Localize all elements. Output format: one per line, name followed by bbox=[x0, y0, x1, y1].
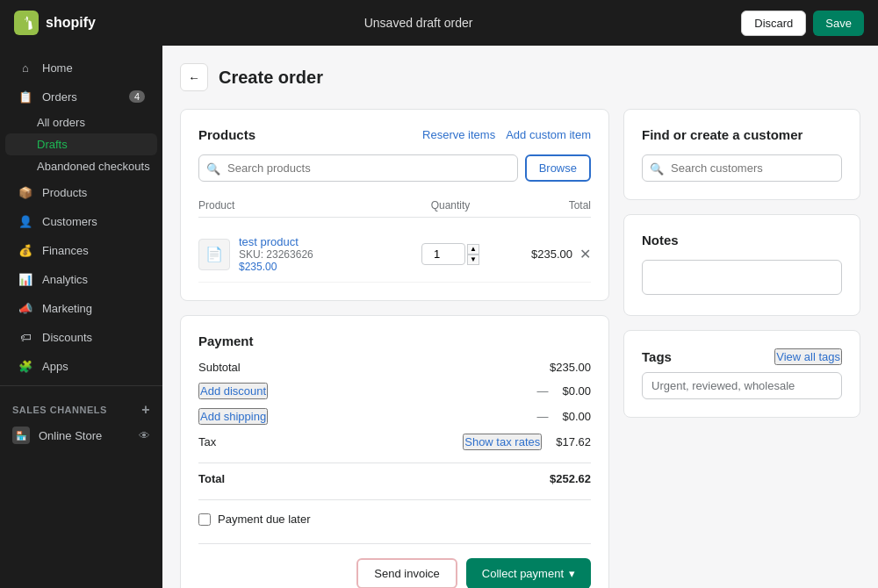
discount-value: $0.00 bbox=[562, 384, 591, 398]
sidebar-item-home[interactable]: ⌂ Home bbox=[5, 54, 157, 82]
main-content: ← Create order Products Reserve items Ad… bbox=[162, 46, 878, 588]
remove-product-button[interactable]: ✕ bbox=[579, 246, 591, 262]
product-search-input[interactable] bbox=[198, 154, 518, 182]
page-layout: ⌂ Home 📋 Orders 4 All orders Drafts Aban… bbox=[0, 46, 878, 588]
table-row: 📄 test product SKU: 23263626 $235.00 bbox=[198, 226, 591, 283]
total-row: Total $252.62 bbox=[198, 463, 591, 485]
sidebar-item-abandoned[interactable]: Abandoned checkouts bbox=[0, 155, 162, 177]
logo-text: shopify bbox=[46, 15, 96, 31]
product-name-link[interactable]: test product bbox=[239, 235, 313, 248]
tax-row: Tax Show tax rates $17.62 bbox=[198, 434, 591, 450]
sidebar-item-customers[interactable]: 👤 Customers bbox=[5, 207, 157, 235]
tags-header: Tags View all tags bbox=[642, 348, 842, 365]
product-thumbnail: 📄 bbox=[198, 239, 230, 270]
reserve-items-button[interactable]: Reserve items bbox=[422, 128, 495, 141]
collect-payment-button[interactable]: Collect payment ▾ bbox=[466, 558, 591, 588]
qty-increment-button[interactable]: ▲ bbox=[467, 244, 479, 255]
sidebar-label-discounts: Discounts bbox=[42, 331, 92, 344]
product-total: $235.00 ✕ bbox=[503, 246, 591, 262]
col-total-header: Total bbox=[503, 199, 591, 212]
back-button[interactable]: ← bbox=[180, 63, 208, 91]
sidebar-item-products[interactable]: 📦 Products bbox=[5, 178, 157, 206]
orders-icon: 📋 bbox=[18, 89, 33, 104]
sidebar-item-marketing[interactable]: 📣 Marketing bbox=[5, 294, 157, 322]
sidebar-label-marketing: Marketing bbox=[42, 302, 92, 315]
sidebar-item-online-store[interactable]: 🏪 Online Store 👁 bbox=[0, 421, 162, 449]
page-title: Create order bbox=[219, 68, 323, 88]
tax-value: $17.62 bbox=[556, 435, 591, 448]
online-store-icon: 🏪 bbox=[12, 427, 30, 444]
marketing-icon: 📣 bbox=[18, 300, 33, 316]
content-grid: Products Reserve items Add custom item 🔍… bbox=[180, 109, 860, 588]
sidebar-item-drafts[interactable]: Drafts bbox=[5, 133, 157, 155]
discount-dash: — bbox=[536, 384, 548, 398]
quantity-stepper[interactable] bbox=[421, 243, 465, 265]
sidebar-item-apps[interactable]: 🧩 Apps bbox=[5, 352, 157, 380]
home-icon: ⌂ bbox=[18, 60, 33, 75]
shopify-logo-icon bbox=[14, 11, 39, 35]
total-value: $252.62 bbox=[550, 472, 591, 485]
add-sales-channel-icon[interactable]: + bbox=[141, 402, 150, 418]
view-all-tags-button[interactable]: View all tags bbox=[774, 348, 842, 365]
show-tax-rates-button[interactable]: Show tax rates bbox=[463, 434, 542, 450]
tags-title: Tags bbox=[642, 349, 672, 364]
sidebar-item-orders[interactable]: 📋 Orders 4 bbox=[5, 82, 157, 111]
notes-input[interactable] bbox=[642, 260, 842, 295]
sidebar-label-orders: Orders bbox=[42, 90, 77, 104]
apps-icon: 🧩 bbox=[18, 358, 33, 374]
orders-badge: 4 bbox=[129, 90, 145, 103]
customers-icon: 👤 bbox=[18, 213, 33, 229]
browse-button[interactable]: Browse bbox=[525, 154, 591, 182]
product-price: $235.00 bbox=[239, 261, 313, 273]
shipping-dash: — bbox=[536, 410, 548, 423]
collect-payment-label: Collect payment bbox=[482, 567, 564, 580]
product-search-row: 🔍 Browse bbox=[198, 154, 591, 182]
sidebar-label-home: Home bbox=[42, 61, 73, 75]
sidebar: ⌂ Home 📋 Orders 4 All orders Drafts Aban… bbox=[0, 46, 162, 588]
draft-title: Unsaved draft order bbox=[364, 16, 473, 30]
action-buttons: Send invoice Collect payment ▾ bbox=[198, 543, 591, 588]
tax-label: Tax bbox=[198, 435, 216, 448]
sidebar-label-products: Products bbox=[42, 186, 87, 199]
add-shipping-button[interactable]: Add shipping bbox=[198, 408, 268, 425]
sidebar-item-all-orders[interactable]: All orders bbox=[0, 111, 162, 133]
customer-card-title: Find or create a customer bbox=[642, 127, 842, 142]
product-doc-icon: 📄 bbox=[205, 246, 223, 262]
send-invoice-button[interactable]: Send invoice bbox=[356, 558, 457, 588]
online-store-label: Online Store bbox=[39, 429, 102, 442]
notes-title: Notes bbox=[642, 233, 842, 247]
left-column: Products Reserve items Add custom item 🔍… bbox=[180, 109, 609, 588]
add-custom-item-button[interactable]: Add custom item bbox=[506, 128, 591, 141]
customer-search-icon: 🔍 bbox=[650, 161, 664, 175]
product-info: 📄 test product SKU: 23263626 $235.00 bbox=[198, 235, 398, 273]
save-button[interactable]: Save bbox=[813, 11, 864, 36]
page-header: ← Create order bbox=[180, 63, 860, 91]
sidebar-divider bbox=[0, 385, 162, 386]
qty-decrement-button[interactable]: ▼ bbox=[467, 255, 479, 265]
online-store-settings-icon[interactable]: 👁 bbox=[139, 429, 150, 442]
product-sku: SKU: 23263626 bbox=[239, 248, 313, 261]
shopify-logo: shopify bbox=[14, 11, 96, 35]
add-discount-button[interactable]: Add discount bbox=[198, 383, 268, 399]
customer-search-input[interactable] bbox=[642, 154, 842, 182]
discard-button[interactable]: Discard bbox=[741, 11, 806, 36]
tags-input[interactable] bbox=[642, 372, 842, 399]
nav-left: shopify bbox=[14, 11, 96, 35]
analytics-icon: 📊 bbox=[18, 271, 33, 287]
sidebar-item-finances[interactable]: 💰 Finances bbox=[5, 236, 157, 264]
collect-payment-chevron-icon: ▾ bbox=[569, 567, 575, 580]
shipping-value: $0.00 bbox=[562, 410, 591, 423]
products-table-header: Product Quantity Total bbox=[198, 194, 591, 218]
product-details: test product SKU: 23263626 $235.00 bbox=[239, 235, 313, 273]
payment-due-checkbox[interactable] bbox=[198, 513, 211, 526]
product-search-wrap: 🔍 bbox=[198, 154, 518, 182]
customer-card: Find or create a customer 🔍 bbox=[623, 109, 860, 200]
back-arrow-icon: ← bbox=[188, 71, 199, 84]
sidebar-item-analytics[interactable]: 📊 Analytics bbox=[5, 265, 157, 293]
products-card: Products Reserve items Add custom item 🔍… bbox=[180, 109, 609, 301]
tags-card: Tags View all tags bbox=[623, 330, 860, 418]
col-product-header: Product bbox=[198, 199, 398, 212]
payment-card: Payment Subtotal $235.00 Add discount — … bbox=[180, 315, 609, 588]
subtotal-value: $235.00 bbox=[550, 361, 591, 374]
sidebar-item-discounts[interactable]: 🏷 Discounts bbox=[5, 323, 157, 351]
